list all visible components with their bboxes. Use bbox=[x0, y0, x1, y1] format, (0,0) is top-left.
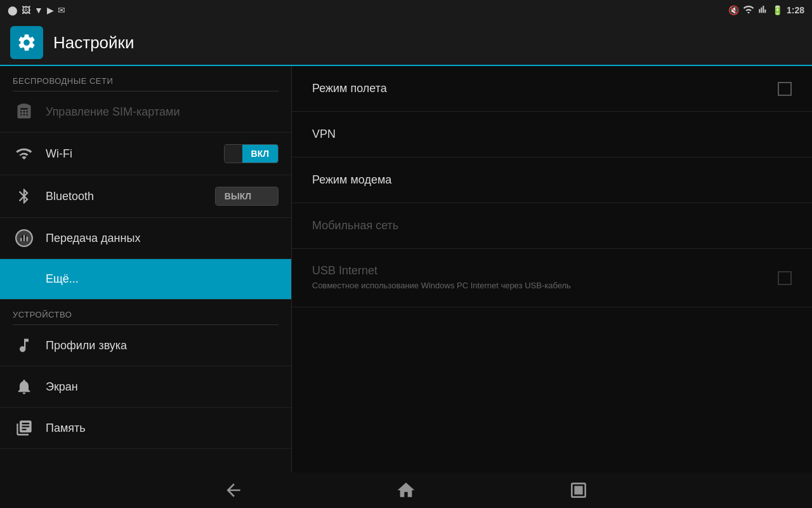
notif-icon-4: ▶ bbox=[47, 5, 54, 15]
wifi-status-icon bbox=[743, 5, 754, 16]
bluetooth-label: Bluetooth bbox=[46, 190, 210, 203]
home-icon bbox=[396, 480, 416, 500]
section-wireless: БЕСПРОВОДНЫЕ СЕТИ bbox=[0, 66, 291, 91]
wifi-toggle[interactable]: ВКЛ bbox=[224, 144, 278, 163]
usb-text-block: USB Internet Совместное использование Wi… bbox=[312, 264, 571, 291]
battery-icon: 🔋 bbox=[772, 5, 783, 15]
right-item-vpn[interactable]: VPN bbox=[292, 112, 812, 157]
sim-icon bbox=[13, 103, 36, 121]
wifi-toggle-switch[interactable]: ВКЛ bbox=[224, 144, 278, 163]
sidebar-item-memory[interactable]: Память bbox=[0, 408, 291, 449]
section-device: УСТРОЙСТВО bbox=[0, 300, 291, 324]
more-label: Ещё... bbox=[46, 272, 278, 286]
settings-icon bbox=[16, 32, 37, 53]
wifi-off-label[interactable] bbox=[225, 145, 242, 163]
page-title: Настройки bbox=[53, 33, 134, 53]
back-button[interactable] bbox=[211, 475, 256, 505]
wifi-on-label[interactable]: ВКЛ bbox=[242, 145, 278, 163]
status-right-icons: 🔇 🔋 1:28 bbox=[728, 5, 804, 16]
usb-checkbox bbox=[778, 271, 792, 285]
mobile-title: Мобильная сеть bbox=[312, 219, 398, 232]
sidebar-item-wifi[interactable]: Wi-Fi ВКЛ bbox=[0, 133, 291, 175]
recents-button[interactable] bbox=[556, 475, 601, 505]
wifi-toggle-row: Wi-Fi ВКЛ bbox=[46, 144, 278, 163]
sidebar-item-bluetooth[interactable]: Bluetooth ВЫКЛ bbox=[0, 175, 291, 218]
notif-icon-3: ▼ bbox=[34, 5, 43, 15]
signal-icon bbox=[758, 5, 768, 16]
sidebar-item-sim[interactable]: Управление SIM-картами bbox=[0, 91, 291, 133]
screen-icon bbox=[13, 378, 36, 396]
back-icon bbox=[223, 480, 244, 500]
right-panel: Режим полета VPN Режим модема Мобильная … bbox=[292, 66, 812, 472]
airplane-checkbox[interactable] bbox=[778, 82, 792, 96]
notif-icon-2: 🖼 bbox=[22, 5, 30, 15]
notif-icon-5: ✉ bbox=[58, 5, 65, 15]
sidebar-item-more[interactable]: Ещё... bbox=[0, 259, 291, 300]
usb-subtitle: Совместное использование Windows PC Inte… bbox=[312, 280, 571, 291]
nav-bar bbox=[0, 472, 812, 508]
app-header: Настройки bbox=[0, 20, 812, 66]
right-item-modem[interactable]: Режим модема bbox=[292, 157, 812, 203]
status-bar: ⬤ 🖼 ▼ ▶ ✉ 🔇 🔋 1:28 bbox=[0, 0, 812, 20]
sidebar-item-sound[interactable]: Профили звука bbox=[0, 325, 291, 366]
sound-icon bbox=[13, 337, 36, 354]
bluetooth-toggle-switch[interactable]: ВЫКЛ bbox=[215, 187, 278, 206]
bluetooth-icon bbox=[13, 187, 36, 205]
modem-title: Режим модема bbox=[312, 173, 391, 187]
memory-label: Память bbox=[46, 422, 278, 435]
right-item-usb: USB Internet Совместное использование Wi… bbox=[292, 249, 812, 307]
vpn-title: VPN bbox=[312, 128, 336, 141]
sound-label: Профили звука bbox=[46, 339, 278, 352]
wifi-label: Wi-Fi bbox=[46, 147, 219, 161]
bluetooth-toggle-row: Bluetooth ВЫКЛ bbox=[46, 187, 278, 206]
bluetooth-toggle[interactable]: ВЫКЛ bbox=[215, 187, 278, 206]
usb-title: USB Internet bbox=[312, 264, 571, 277]
memory-icon bbox=[13, 419, 36, 437]
recents-icon bbox=[568, 480, 589, 500]
data-icon bbox=[13, 229, 36, 247]
left-panel: БЕСПРОВОДНЫЕ СЕТИ Управление SIM-картами… bbox=[0, 66, 292, 472]
right-item-mobile: Мобильная сеть bbox=[292, 203, 812, 249]
screen-label: Экран bbox=[46, 380, 278, 394]
data-label: Передача данных bbox=[46, 232, 278, 245]
right-item-airplane[interactable]: Режим полета bbox=[292, 66, 812, 112]
home-button[interactable] bbox=[383, 475, 429, 505]
notif-icon-1: ⬤ bbox=[8, 5, 18, 15]
bluetooth-off-label[interactable]: ВЫКЛ bbox=[216, 187, 260, 205]
main-layout: БЕСПРОВОДНЫЕ СЕТИ Управление SIM-картами… bbox=[0, 66, 812, 472]
wifi-icon bbox=[13, 145, 36, 163]
status-left-icons: ⬤ 🖼 ▼ ▶ ✉ bbox=[8, 5, 65, 15]
sidebar-item-screen[interactable]: Экран bbox=[0, 366, 291, 408]
mute-icon: 🔇 bbox=[728, 5, 739, 15]
bluetooth-on-label[interactable] bbox=[260, 187, 278, 205]
time-display: 1:28 bbox=[787, 5, 804, 15]
sidebar-item-data[interactable]: Передача данных bbox=[0, 218, 291, 259]
settings-app-icon bbox=[10, 26, 43, 59]
sim-label: Управление SIM-картами bbox=[46, 105, 278, 119]
airplane-title: Режим полета bbox=[312, 82, 387, 95]
